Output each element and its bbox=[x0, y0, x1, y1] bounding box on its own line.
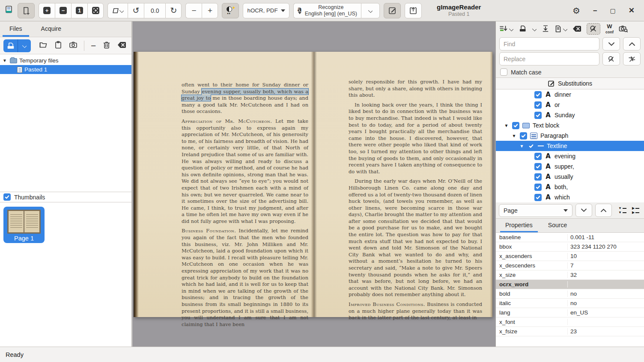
item-checkbox[interactable] bbox=[534, 194, 542, 201]
property-row[interactable]: x_size32 bbox=[496, 270, 644, 280]
item-checkbox[interactable] bbox=[534, 163, 542, 170]
minimize-button[interactable]: – bbox=[593, 6, 597, 15]
rotation-angle-display[interactable]: 0.0 bbox=[144, 3, 165, 18]
property-row[interactable]: langen_US bbox=[496, 308, 644, 317]
add-page-button[interactable] bbox=[18, 3, 35, 18]
preview-toggle[interactable] bbox=[619, 25, 628, 33]
increase-button[interactable]: + bbox=[202, 3, 218, 18]
rotate-left-button[interactable]: ↺ bbox=[128, 3, 144, 18]
close-button[interactable]: ✕ bbox=[629, 6, 635, 15]
decrease-button[interactable]: − bbox=[185, 3, 202, 18]
paste-button[interactable] bbox=[54, 41, 63, 50]
expander-icon[interactable]: ▼ bbox=[511, 134, 517, 138]
property-row[interactable]: italicno bbox=[496, 299, 644, 308]
item-checkbox[interactable] bbox=[512, 122, 519, 129]
tree-row-paragraph[interactable]: ▼Paragraph bbox=[496, 131, 644, 141]
tree-folder-row[interactable]: ▼ Temporary files bbox=[0, 56, 131, 65]
tree-file-row[interactable]: Pasted 1 bbox=[0, 65, 131, 74]
tree-row-word[interactable]: Aevening bbox=[496, 151, 644, 161]
scanned-book-image[interactable]: often went to their home for Sunday dinn… bbox=[134, 52, 492, 317]
screenshot-button[interactable] bbox=[69, 41, 78, 50]
find-replace-toggle[interactable] bbox=[587, 23, 600, 35]
expand-all-button[interactable]: ▼▼ bbox=[618, 207, 626, 214]
expander-icon[interactable]: ▼ bbox=[3, 58, 8, 63]
expander-icon[interactable]: ▼ bbox=[519, 144, 525, 148]
tree-row-block[interactable]: ▼Text block bbox=[496, 120, 644, 131]
document-canvas[interactable]: often went to their home for Sunday dinn… bbox=[132, 21, 495, 347]
property-row[interactable]: x_ascenders10 bbox=[496, 252, 644, 261]
clear-button[interactable] bbox=[117, 41, 126, 50]
open-options-dropdown[interactable] bbox=[18, 39, 31, 52]
zoom-in-button[interactable]: + bbox=[39, 3, 55, 18]
zoom-fit-button[interactable] bbox=[87, 3, 104, 18]
recognize-options-dropdown[interactable] bbox=[361, 3, 380, 18]
thumbnail-page-1[interactable]: Page 1 bbox=[3, 207, 45, 243]
navigate-next-button[interactable] bbox=[575, 204, 592, 217]
maximize-button[interactable]: ▢ bbox=[610, 7, 616, 14]
edit-output-toggle[interactable] bbox=[384, 3, 401, 18]
tree-row-word[interactable]: Awhich bbox=[496, 192, 644, 202]
tree-row-word[interactable]: ASunday bbox=[496, 110, 644, 120]
open-output-button[interactable] bbox=[519, 25, 527, 33]
open-folder-button[interactable] bbox=[39, 41, 48, 50]
property-row[interactable]: x_font bbox=[496, 317, 644, 327]
find-prev-button[interactable] bbox=[623, 37, 641, 50]
tree-row-word[interactable]: Ausually bbox=[496, 172, 644, 182]
zoom-out-button[interactable]: − bbox=[55, 3, 71, 18]
clear-output-button[interactable] bbox=[572, 25, 581, 33]
find-next-button[interactable] bbox=[602, 37, 620, 50]
chevron-down-icon bbox=[368, 9, 373, 13]
tab-source[interactable]: Source bbox=[540, 219, 575, 232]
tab-files[interactable]: Files bbox=[0, 21, 32, 37]
replace-button[interactable] bbox=[602, 52, 620, 65]
remove-page-button[interactable]: − bbox=[91, 41, 96, 50]
tree-row-word[interactable]: Adinner bbox=[496, 89, 644, 100]
property-row[interactable]: ocrx_word bbox=[496, 280, 644, 289]
item-checkbox[interactable] bbox=[520, 132, 527, 139]
substitutions-button[interactable]: Substitutions bbox=[496, 77, 644, 89]
item-checkbox[interactable] bbox=[534, 153, 542, 160]
tab-properties[interactable]: Properties bbox=[498, 219, 540, 232]
item-checkbox[interactable] bbox=[534, 173, 542, 181]
tree-row-word[interactable]: Aboth, bbox=[496, 182, 644, 192]
navigate-prev-button[interactable] bbox=[595, 204, 612, 217]
find-input[interactable] bbox=[499, 37, 599, 50]
rotate-mode-dropdown[interactable] bbox=[107, 3, 128, 18]
expander-icon[interactable]: ▼ bbox=[504, 123, 509, 128]
item-checkbox[interactable] bbox=[534, 101, 542, 109]
show-confidence-toggle[interactable]: Wconf bbox=[605, 24, 614, 34]
output-mode-dropdown[interactable]: hOCR, PDF bbox=[243, 3, 289, 18]
tab-acquire[interactable]: Acquire bbox=[32, 21, 71, 37]
files-tree: ▼ Temporary files Pasted 1 bbox=[0, 54, 131, 192]
collapse-all-button[interactable]: ▶▶ bbox=[632, 207, 639, 214]
property-row[interactable]: bbox323 234 1120 270 bbox=[496, 242, 644, 252]
thumbnails-checkbox[interactable] bbox=[3, 193, 11, 201]
export-button[interactable] bbox=[405, 3, 422, 18]
property-row[interactable]: x_descenders7 bbox=[496, 261, 644, 270]
open-image-button[interactable] bbox=[3, 39, 18, 52]
replace-input[interactable] bbox=[499, 52, 599, 65]
open-output-dropdown[interactable] bbox=[532, 27, 537, 31]
page-type-dropdown[interactable]: Page bbox=[499, 204, 572, 217]
insert-mode-dropdown[interactable] bbox=[499, 25, 513, 33]
image-controls-toggle[interactable]: ✦•• bbox=[222, 3, 239, 18]
property-row[interactable]: x_fsize23 bbox=[496, 327, 644, 336]
export-output-dropdown[interactable] bbox=[555, 25, 567, 33]
recognize-button[interactable]: a RecognizeEnglish [eng] (en_US) bbox=[293, 3, 361, 18]
rotate-right-button[interactable]: ↻ bbox=[165, 3, 182, 18]
item-checkbox[interactable] bbox=[534, 112, 542, 119]
item-checkbox[interactable] bbox=[534, 184, 542, 191]
tree-row-word[interactable]: Asupper, bbox=[496, 161, 644, 172]
match-case-checkbox[interactable] bbox=[500, 68, 507, 76]
replace-all-button[interactable] bbox=[623, 52, 641, 65]
item-checkbox[interactable] bbox=[534, 91, 542, 98]
save-output-button[interactable] bbox=[542, 25, 549, 33]
tree-row-textline[interactable]: ▼Textline bbox=[496, 141, 644, 151]
property-row[interactable]: boldno bbox=[496, 289, 644, 299]
tree-row-word[interactable]: Aor bbox=[496, 100, 644, 110]
settings-gear-button[interactable]: ⚙ bbox=[572, 6, 580, 16]
zoom-original-button[interactable]: 1 bbox=[71, 3, 87, 18]
delete-button[interactable] bbox=[102, 41, 111, 50]
item-checkbox[interactable] bbox=[528, 142, 535, 150]
property-row[interactable]: baseline0.001 -11 bbox=[496, 233, 644, 242]
